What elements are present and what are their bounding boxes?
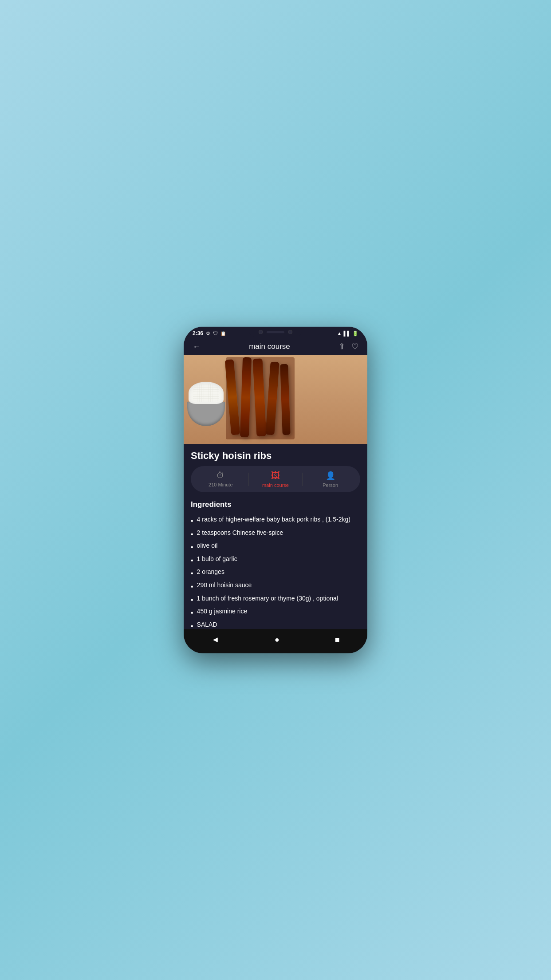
ingredient-item: •1 bulb of garlic (191, 554, 360, 566)
rice (189, 382, 224, 404)
rice-bowl (187, 368, 225, 426)
back-nav-button[interactable]: ◄ (204, 633, 226, 646)
recipe-image (184, 355, 367, 444)
ingredient-text: 1 bunch of fresh rosemary or thyme (30g)… (197, 593, 360, 603)
ingredients-title: Ingredients (191, 500, 360, 509)
ingredient-text: 290 ml hoisin sauce (197, 580, 360, 590)
signal-icon: ▌▌ (343, 331, 350, 336)
category-label: main course (262, 482, 289, 488)
rice-texture (193, 384, 219, 402)
bullet: • (191, 620, 193, 629)
wifi-icon: ▲ (337, 331, 342, 336)
recent-nav-button[interactable]: ■ (328, 633, 347, 646)
content-scroll[interactable]: Sticky hoisin ribs ⏱ 210 Minute 🖼 main c… (184, 355, 367, 629)
phone-screen: 2:36 ⚙ 🛡 📋 ▲ ▌▌ 🔋 ← main course ⇧ ♡ (184, 327, 367, 653)
glaze-overlay (226, 357, 295, 439)
ingredient-item: •2 oranges (191, 567, 360, 579)
ingredient-item: •290 ml hoisin sauce (191, 580, 360, 593)
shield-status-icon: 🛡 (213, 331, 218, 336)
ingredient-text: olive oil (197, 541, 360, 550)
ingredient-item: •450 g jasmine rice (191, 606, 360, 619)
ingredient-text: 2 teaspoons Chinese five-spice (197, 528, 360, 537)
ribs-container (224, 355, 367, 444)
info-tabs: ⏱ 210 Minute 🖼 main course 👤 Person (191, 466, 360, 492)
nav-icons: ⇧ ♡ (338, 342, 358, 352)
category-icon: 🖼 (271, 470, 280, 481)
time-tab[interactable]: ⏱ 210 Minute (193, 471, 248, 487)
bullet: • (191, 541, 193, 553)
ingredient-item: •1 bunch of fresh rosemary or thyme (30g… (191, 593, 360, 606)
front-camera (259, 330, 263, 334)
bullet: • (191, 607, 193, 619)
ingredient-text: 1 bulb of garlic (197, 554, 360, 564)
battery-icon: 🔋 (352, 331, 358, 336)
person-icon: 👤 (326, 471, 335, 481)
ingredient-text: 450 g jasmine rice (197, 606, 360, 616)
notch (249, 327, 302, 337)
bullet: • (191, 568, 193, 579)
ingredient-item: •2 teaspoons Chinese five-spice (191, 528, 360, 540)
speaker (267, 331, 284, 333)
favorite-button[interactable]: ♡ (351, 342, 358, 352)
ingredient-item: •SALAD (191, 620, 360, 629)
ingredient-text: SALAD (197, 620, 360, 629)
status-time: 2:36 (193, 330, 203, 336)
bowl (187, 402, 225, 426)
status-left: 2:36 ⚙ 🛡 📋 (193, 330, 226, 336)
ingredient-text: 4 racks of higher-welfare baby back pork… (197, 514, 360, 524)
ingredients-list: •4 racks of higher-welfare baby back por… (191, 514, 360, 629)
settings-status-icon: ⚙ (206, 331, 210, 336)
bullet: • (191, 515, 193, 527)
time-label: 210 Minute (209, 482, 232, 487)
bullet: • (191, 529, 193, 540)
ingredient-item: •olive oil (191, 541, 360, 553)
phone-frame: 2:36 ⚙ 🛡 📋 ▲ ▌▌ 🔋 ← main course ⇧ ♡ (184, 327, 367, 653)
person-label: Person (323, 482, 338, 488)
recipe-title: Sticky hoisin ribs (184, 444, 367, 466)
header-title: main course (249, 342, 290, 351)
person-tab[interactable]: 👤 Person (303, 471, 358, 488)
home-nav-button[interactable]: ● (268, 633, 287, 646)
back-button[interactable]: ← (193, 342, 201, 352)
front-camera-2 (288, 330, 292, 334)
bullet: • (191, 581, 193, 593)
bullet: • (191, 594, 193, 606)
ingredient-text: 2 oranges (197, 567, 360, 577)
category-tab[interactable]: 🖼 main course (248, 470, 303, 488)
clipboard-status-icon: 📋 (220, 331, 226, 336)
bottom-nav: ◄ ● ■ (184, 629, 367, 653)
bullet: • (191, 555, 193, 566)
clock-icon: ⏱ (216, 471, 224, 480)
ingredient-item: •4 racks of higher-welfare baby back por… (191, 514, 360, 527)
top-nav: ← main course ⇧ ♡ (184, 338, 367, 355)
status-right: ▲ ▌▌ 🔋 (337, 331, 358, 336)
share-button[interactable]: ⇧ (338, 342, 345, 352)
ingredients-section: Ingredients •4 racks of higher-welfare b… (184, 498, 367, 629)
